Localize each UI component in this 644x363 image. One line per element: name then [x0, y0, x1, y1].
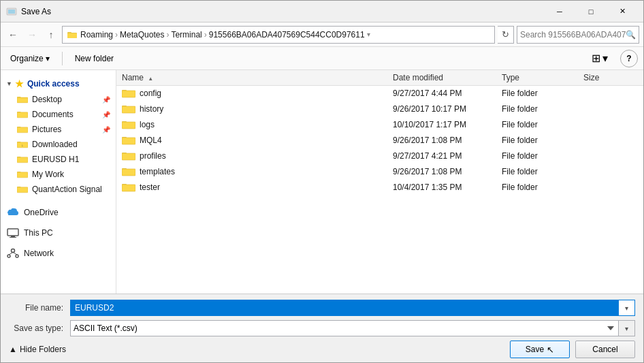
up-button[interactable]: ↑ [43, 27, 59, 43]
save-as-type-select[interactable]: ASCII Text (*.csv) [70, 320, 619, 336]
sidebar-item-thispc[interactable]: This PC [1, 223, 116, 243]
file-type: File folder [502, 89, 583, 98]
organize-button[interactable]: Organize ▾ [6, 52, 54, 65]
forward-button[interactable]: → [24, 27, 40, 43]
svg-rect-32 [122, 106, 135, 113]
mywork-folder-icon [17, 169, 28, 180]
column-size[interactable]: Size [583, 73, 638, 82]
file-list: Name ▲ Date modified Type Size [116, 70, 643, 294]
breadcrumb-guid[interactable]: 915566BA06ADA407569C544CC0D97611 [209, 30, 365, 40]
file-name: history [140, 104, 163, 114]
window-controls: ─ □ ✕ [544, 1, 638, 22]
sidebar-item-desktop[interactable]: Desktop 📌 [1, 92, 116, 107]
file-date: 9/27/2017 4:44 PM [393, 89, 502, 98]
table-row[interactable]: templates 9/26/2017 1:08 PM File folder [116, 164, 643, 180]
folder-icon [122, 88, 135, 99]
file-type: File folder [502, 151, 583, 161]
column-name[interactable]: Name ▲ [122, 73, 393, 82]
save-as-type-label: Save as type: [9, 323, 70, 333]
sidebar-item-onedrive[interactable]: OneDrive [1, 202, 116, 223]
file-name-row: File name: ▾ [9, 300, 635, 316]
file-name-input[interactable] [70, 300, 619, 316]
sidebar-item-quantaction[interactable]: QuantAction Signal [1, 182, 116, 197]
toolbar: Organize ▾ New folder ⊞ ▾ ? [1, 47, 643, 70]
file-date: 10/4/2017 1:35 PM [393, 183, 502, 192]
toolbar-separator [62, 52, 63, 65]
file-name: templates [140, 167, 175, 176]
file-date: 10/10/2017 1:17 PM [393, 120, 502, 129]
svg-rect-21 [7, 229, 18, 236]
pictures-folder-icon [17, 124, 28, 135]
svg-rect-34 [122, 122, 135, 129]
table-row[interactable]: history 9/26/2017 10:17 PM File folder [116, 101, 643, 117]
svg-rect-42 [122, 185, 135, 191]
dialog-icon [6, 6, 17, 17]
table-row[interactable]: MQL4 9/26/2017 1:08 PM File folder [116, 133, 643, 148]
file-date: 9/26/2017 1:08 PM [393, 136, 502, 145]
view-button[interactable]: ⊞ ▾ [587, 50, 612, 67]
file-name: tester [140, 183, 160, 192]
table-row[interactable]: config 9/27/2017 4:44 PM File folder [116, 86, 643, 101]
svg-rect-7 [17, 98, 28, 103]
column-date-modified[interactable]: Date modified [393, 73, 502, 82]
svg-line-27 [9, 253, 13, 255]
pin-icon: 📌 [102, 111, 110, 119]
breadcrumb-metaquotes[interactable]: MetaQuotes [120, 30, 164, 40]
column-type[interactable]: Type [502, 73, 583, 82]
folder-icon [122, 104, 135, 114]
breadcrumb-item [67, 29, 80, 40]
sidebar-item-network[interactable]: Network [1, 243, 116, 264]
save-type-dropdown-button[interactable]: ▾ [619, 320, 635, 336]
file-name-dropdown-button[interactable]: ▾ [619, 300, 635, 316]
save-button[interactable]: Save ↖ [510, 341, 570, 358]
refresh-button[interactable]: ↻ [498, 26, 514, 44]
minimize-button[interactable]: ─ [544, 1, 575, 22]
svg-rect-22 [11, 236, 15, 237]
file-type: File folder [502, 136, 583, 145]
downloaded-folder-icon: ↓ [17, 139, 28, 150]
documents-folder-icon [17, 109, 28, 120]
svg-rect-30 [122, 91, 135, 97]
save-as-type-row: Save as type: ASCII Text (*.csv) ▾ [9, 320, 635, 336]
sidebar-item-eurusd[interactable]: EURUSD H1 [1, 152, 116, 167]
table-row[interactable]: profiles 9/27/2017 4:21 PM File folder [116, 148, 643, 164]
eurusd-folder-icon [17, 154, 28, 165]
svg-point-24 [12, 249, 15, 253]
pin-icon: 📌 [102, 126, 110, 133]
network-icon [6, 247, 20, 260]
cursor-indicator: ↖ [547, 345, 554, 355]
thispc-icon [6, 226, 20, 240]
table-row[interactable]: logs 10/10/2017 1:17 PM File folder [116, 117, 643, 133]
back-button[interactable]: ← [5, 27, 21, 43]
svg-text:↓: ↓ [22, 143, 24, 147]
search-input[interactable] [520, 30, 626, 40]
new-folder-button[interactable]: New folder [71, 52, 118, 65]
file-date: 9/26/2017 10:17 PM [393, 104, 502, 114]
maximize-button[interactable]: □ [575, 1, 607, 22]
help-button[interactable]: ? [620, 50, 638, 67]
quick-access-star-icon: ★ [15, 78, 24, 89]
folder-icon [122, 182, 135, 193]
sidebar-item-documents[interactable]: Documents 📌 [1, 107, 116, 122]
search-box[interactable]: 🔍 [517, 26, 639, 44]
sidebar-item-downloaded[interactable]: ↓ Downloaded [1, 137, 116, 152]
sidebar-section-quick-access[interactable]: ▼ ★ Quick access [1, 76, 116, 92]
cancel-button[interactable]: Cancel [575, 341, 635, 358]
breadcrumb[interactable]: Roaming › MetaQuotes › Terminal › 915566… [62, 26, 495, 44]
svg-line-28 [13, 253, 17, 255]
sidebar-item-pictures[interactable]: Pictures 📌 [1, 122, 116, 137]
table-row[interactable]: tester 10/4/2017 1:35 PM File folder [116, 180, 643, 195]
hide-folders-button[interactable]: ▲ Hide Folders [9, 345, 66, 354]
sidebar-item-mywork[interactable]: My Work [1, 167, 116, 182]
file-name: profiles [140, 151, 166, 161]
breadcrumb-terminal[interactable]: Terminal [171, 30, 202, 40]
file-type: File folder [502, 167, 583, 176]
close-button[interactable]: ✕ [607, 1, 638, 22]
action-row: ▲ Hide Folders Save ↖ Cancel [9, 341, 635, 358]
file-name: config [140, 89, 161, 98]
folder-icon-small [67, 29, 78, 40]
file-type: File folder [502, 183, 583, 192]
breadcrumb-roaming[interactable]: Roaming [80, 30, 113, 40]
bottom-area: File name: ▾ Save as type: ASCII Text (*… [1, 294, 643, 362]
desktop-folder-icon [17, 94, 28, 105]
